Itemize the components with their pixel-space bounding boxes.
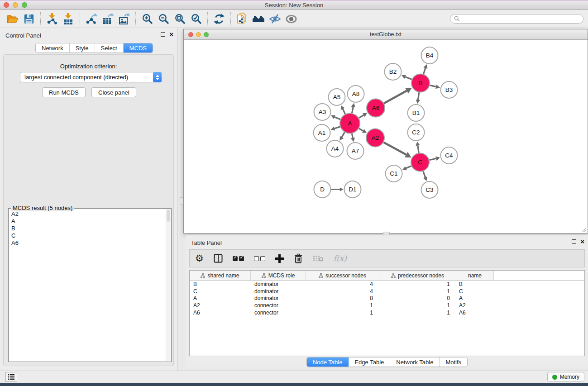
zoom-in-button[interactable] <box>139 11 155 27</box>
network-window-titlebar[interactable]: testGlobe.txt <box>184 29 588 40</box>
edge-A-A5[interactable] <box>343 109 345 114</box>
save-session-button[interactable] <box>21 11 37 27</box>
edge-arrowhead-icon <box>351 103 355 108</box>
column-header-shared-name[interactable]: shared name <box>190 271 251 280</box>
search-input[interactable] <box>462 16 579 22</box>
memory-label: Memory <box>560 374 579 380</box>
edge-A-A6[interactable] <box>359 115 364 118</box>
edge-B-B3[interactable] <box>430 85 436 86</box>
column-header-mcds-role[interactable]: MCDS role <box>251 271 306 280</box>
result-item[interactable]: A2 <box>9 210 166 218</box>
deselect-all-button[interactable] <box>254 256 265 261</box>
tab-network-table[interactable]: Network Table <box>390 357 440 367</box>
main-toolbar <box>0 10 588 28</box>
export-image-button[interactable] <box>116 11 132 27</box>
columns-icon <box>214 254 223 263</box>
show-panels-button[interactable] <box>5 372 17 382</box>
import-table-button[interactable] <box>60 11 76 27</box>
table-row[interactable]: Cdominator41C <box>190 288 584 295</box>
result-item[interactable]: A <box>9 218 166 225</box>
run-mcds-button[interactable]: Run MCDS <box>42 87 86 97</box>
show-columns-button[interactable] <box>214 254 223 263</box>
column-header-successor-nodes[interactable]: successor nodes <box>306 271 379 280</box>
node-label-B3: B3 <box>445 86 453 93</box>
edge-A-A2[interactable] <box>359 129 363 131</box>
resize-grip-icon[interactable] <box>581 227 587 232</box>
float-panel-icon[interactable] <box>161 32 165 37</box>
vertical-splitter-handle[interactable] <box>180 197 183 205</box>
edge-A-A3[interactable] <box>335 117 340 119</box>
edge-B-B2[interactable] <box>405 77 411 80</box>
node-label-A4: A4 <box>331 145 339 152</box>
node-label-B1: B1 <box>412 110 420 116</box>
tab-motifs[interactable]: Motifs <box>440 357 467 367</box>
refresh-button[interactable] <box>211 11 227 27</box>
result-scrollbar[interactable] <box>166 209 171 361</box>
table-row[interactable]: A6connector11A6 <box>190 309 584 316</box>
edge-A-A4[interactable] <box>342 132 344 137</box>
cell-successor-nodes: 4 <box>306 281 379 288</box>
table-row[interactable]: A2connector11A2 <box>190 302 584 309</box>
import-network-icon <box>46 13 58 25</box>
column-header-predecessor-nodes[interactable]: predecessor nodes <box>379 271 456 280</box>
result-item[interactable]: A6 <box>9 239 166 247</box>
edge-A2-C[interactable] <box>383 143 406 155</box>
zoom-in-icon <box>142 13 153 24</box>
tab-node-table[interactable]: Node Table <box>307 357 349 367</box>
close-panel-icon[interactable]: × <box>169 32 173 37</box>
tab-select[interactable]: Select <box>95 43 124 52</box>
criterion-dropdown[interactable]: largest connected component (directed) <box>20 72 162 82</box>
result-item[interactable]: C <box>9 232 166 239</box>
open-ndex-button[interactable] <box>250 11 267 27</box>
zoom-out-button[interactable] <box>155 11 172 27</box>
column-header-name[interactable]: name <box>456 271 494 280</box>
zoom-selected-button[interactable] <box>188 11 204 27</box>
tab-network[interactable]: Network <box>36 43 70 52</box>
cell-mcds-role: connector <box>251 309 306 316</box>
float-table-panel-icon[interactable] <box>572 239 576 244</box>
table-row[interactable]: Adominator80A <box>190 295 584 302</box>
table-row[interactable]: Bdominator41B <box>190 281 584 288</box>
network-graph-svg[interactable]: AA6A2BCA1A3A4A5A7A8B1B2B3B4C1C2C3C4DD1 <box>184 40 588 233</box>
hide-graphics-details-button[interactable] <box>267 11 283 27</box>
toolbar-separator <box>40 12 41 26</box>
add-row-button[interactable] <box>275 254 284 263</box>
edge-A6-B[interactable] <box>384 91 406 103</box>
edge-A-A8[interactable] <box>352 107 354 113</box>
show-graphics-details-button[interactable] <box>283 11 299 27</box>
apply-function-button[interactable]: f(x) <box>334 254 347 263</box>
table-panel-tabs: Node TableEdge TableNetwork TableMotifs <box>306 357 468 367</box>
close-table-panel-icon[interactable]: × <box>580 239 584 244</box>
edge-B-B4[interactable] <box>424 68 425 74</box>
horizontal-splitter-handle[interactable] <box>383 232 390 235</box>
edge-A-A7[interactable] <box>352 133 353 138</box>
open-session-button[interactable] <box>5 11 21 27</box>
edge-C-C3[interactable] <box>423 171 425 177</box>
save-icon <box>24 14 34 24</box>
close-panel-button[interactable]: Close panel <box>91 87 136 97</box>
select-all-button[interactable] <box>233 256 244 261</box>
tab-mcds[interactable]: MCDS <box>124 43 153 52</box>
search-field[interactable] <box>450 14 583 24</box>
edge-A-A1[interactable] <box>335 127 340 129</box>
import-network-button[interactable] <box>44 11 60 27</box>
delete-table-button[interactable] <box>313 255 324 262</box>
table-settings-button[interactable]: ⚙ <box>195 254 204 263</box>
tab-style[interactable]: Style <box>70 43 95 52</box>
zoom-fit-button[interactable] <box>172 11 188 27</box>
export-network-button[interactable] <box>83 11 100 27</box>
houses-icon <box>252 14 265 24</box>
optimization-criterion-label: Optimization criterion: <box>4 63 173 70</box>
control-panel: Control Panel × NetworkStyleSelectMCDS O… <box>0 28 177 371</box>
export-network-icon <box>86 13 98 25</box>
edge-C-C2[interactable] <box>418 146 419 153</box>
delete-row-button[interactable] <box>294 253 303 263</box>
edge-C-C4[interactable] <box>429 158 436 160</box>
tab-edge-table[interactable]: Edge Table <box>349 357 390 367</box>
memory-button[interactable]: Memory <box>547 372 584 382</box>
edge-B-B1[interactable] <box>418 92 419 100</box>
result-item[interactable]: B <box>9 225 166 232</box>
export-table-button[interactable] <box>100 11 116 27</box>
new-network-from-selection-button[interactable] <box>234 11 250 27</box>
edge-C-C1[interactable] <box>406 166 411 168</box>
